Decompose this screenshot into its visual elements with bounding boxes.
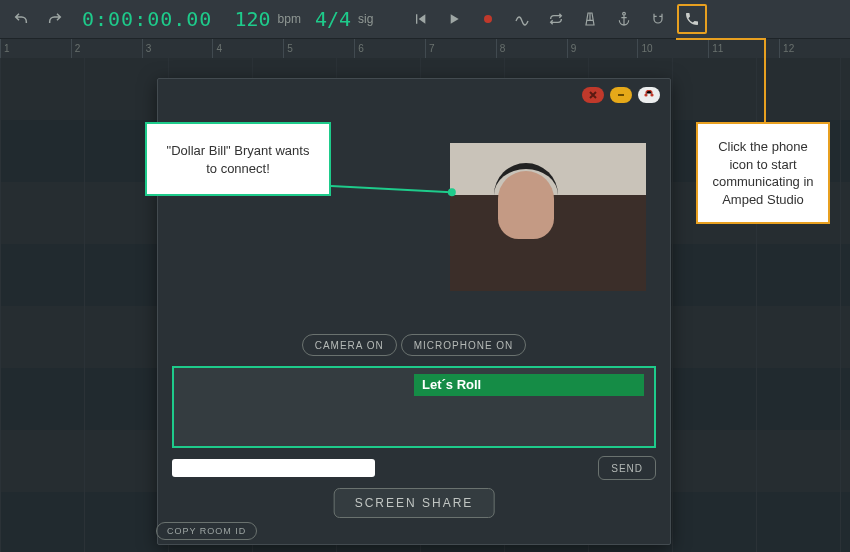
orange-leader-line	[764, 38, 766, 122]
ruler-tick: 7	[425, 39, 496, 59]
record-button[interactable]	[473, 4, 503, 34]
play-button[interactable]	[439, 4, 469, 34]
minimize-icon	[616, 90, 626, 100]
ruler-tick: 5	[283, 39, 354, 59]
main-toolbar: 0:00:00.00 120 bpm 4/4 sig	[0, 0, 850, 39]
undo-icon	[13, 11, 29, 27]
ruler-tick: 4	[212, 39, 283, 59]
window-controls	[582, 87, 660, 103]
timeline-ruler[interactable]: 1 2 3 4 5 6 7 8 9 10 11 12	[0, 39, 850, 60]
skip-back-icon	[412, 11, 428, 27]
ruler-tick: 3	[142, 39, 213, 59]
chat-log: Let´s Roll	[172, 366, 656, 448]
redo-icon	[47, 11, 63, 27]
svg-point-0	[484, 15, 492, 23]
ruler-tick: 6	[354, 39, 425, 59]
record-icon	[480, 11, 496, 27]
anchor-button[interactable]	[609, 4, 639, 34]
metronome-icon	[582, 11, 598, 27]
magnet-icon	[650, 11, 666, 27]
time-display[interactable]: 0:00:00.00	[74, 7, 220, 31]
anchor-icon	[616, 11, 632, 27]
automation-button[interactable]	[507, 4, 537, 34]
loop-icon	[548, 11, 564, 27]
chat-text-input[interactable]	[172, 459, 375, 477]
go-to-start-button[interactable]	[405, 4, 435, 34]
close-icon	[588, 90, 598, 100]
phone-icon	[684, 11, 700, 27]
media-toggle-row: CAMERA ON MICROPHONE ON	[158, 334, 670, 356]
tempo-value[interactable]: 120	[224, 7, 270, 31]
svg-point-1	[644, 93, 647, 96]
redo-button[interactable]	[40, 4, 70, 34]
minimize-button[interactable]	[610, 87, 632, 103]
screen-share-button[interactable]: SCREEN SHARE	[334, 488, 495, 518]
expand-icon	[643, 90, 655, 100]
camera-toggle-button[interactable]: CAMERA ON	[302, 334, 397, 356]
time-signature[interactable]: 4/4	[315, 7, 351, 31]
ruler-tick: 12	[779, 39, 850, 59]
chat-message: Let´s Roll	[414, 374, 644, 396]
send-button[interactable]: SEND	[598, 456, 656, 480]
ruler-tick: 8	[496, 39, 567, 59]
close-button[interactable]	[582, 87, 604, 103]
expand-button[interactable]	[638, 87, 660, 103]
svg-point-2	[650, 93, 653, 96]
wave-icon	[514, 11, 530, 27]
chat-input-row: SEND	[172, 456, 656, 480]
ruler-tick: 2	[71, 39, 142, 59]
ruler-tick: 9	[567, 39, 638, 59]
tempo-unit-label: bpm	[275, 12, 311, 26]
signature-unit-label: sig	[355, 12, 383, 26]
phone-button[interactable]	[677, 4, 707, 34]
metronome-button[interactable]	[575, 4, 605, 34]
connect-callout: "Dollar Bill" Bryant wants to connect!	[145, 122, 331, 196]
ruler-tick: 1	[0, 39, 71, 59]
copy-room-id-button[interactable]: COPY ROOM ID	[156, 522, 257, 540]
remote-video	[450, 143, 646, 291]
ruler-tick: 11	[708, 39, 779, 59]
undo-button[interactable]	[6, 4, 36, 34]
microphone-toggle-button[interactable]: MICROPHONE ON	[401, 334, 527, 356]
snap-button[interactable]	[643, 4, 673, 34]
play-icon	[446, 11, 462, 27]
ruler-tick: 10	[637, 39, 708, 59]
loop-button[interactable]	[541, 4, 571, 34]
phone-hint-note: Click the phone icon to start communicat…	[696, 122, 830, 224]
